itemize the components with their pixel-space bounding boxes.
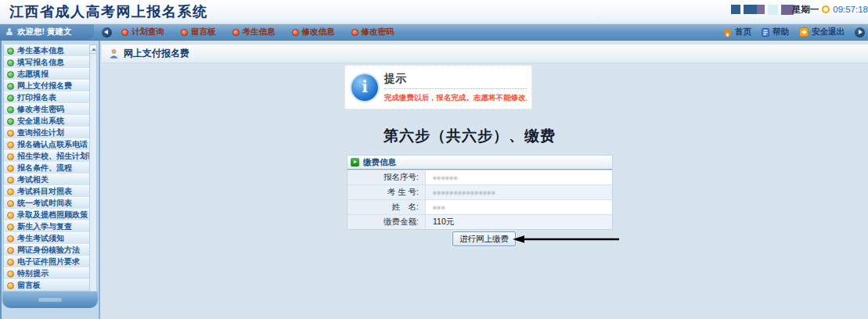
nav-scroll-right-button[interactable] (855, 27, 865, 38)
sidebar-footer (2, 292, 98, 308)
nav-menu-item[interactable]: 考生信息 (232, 27, 276, 38)
sidebar-item[interactable]: 留言板 (3, 279, 90, 292)
app-window: 江西省成人高考网上报名系统 星期一 09:57:18 欢迎您! 黄建文 计划查询 (0, 0, 868, 319)
sidebar-collapse-handle[interactable] (38, 298, 62, 302)
widget-block-icon (744, 5, 757, 14)
sidebar-item-label: 报名条件、流程 (17, 163, 72, 174)
sidebar-item[interactable]: 报名条件、流程 (3, 162, 90, 174)
table-row: 报名序号: ●●●●●● (348, 170, 612, 185)
row-label: 缴费金额: (348, 215, 426, 229)
sidebar-item[interactable]: 修改考生密码 (3, 103, 90, 116)
sidebar-item-label: 打印报名表 (17, 92, 56, 103)
bullet-icon (7, 142, 14, 149)
bullet-icon (7, 83, 14, 90)
sidebar-item-label: 填写报名信息 (17, 57, 64, 68)
sidebar-item-label: 修改考生密码 (17, 104, 64, 115)
nav-scroll-left-button[interactable] (102, 27, 112, 38)
sidebar-item-label: 特别提示 (17, 268, 49, 279)
sidebar-item[interactable]: 网证身份核验方法 (3, 244, 90, 256)
bullet-icon (7, 48, 14, 55)
sidebar-item[interactable]: 网上支付报名费 (3, 80, 90, 92)
table-row: 姓 名: ●●● (348, 199, 612, 214)
sidebar-menu: 考生基本信息 填写报名信息 志愿填报 网上支付报名费 打印报名表 修改考生密码 (3, 45, 90, 292)
red-dot-icon (292, 29, 299, 36)
home-icon (723, 28, 732, 37)
row-label: 考 生 号: (348, 185, 426, 199)
sidebar-item[interactable]: 考生考试须知 (3, 232, 90, 245)
sidebar-item[interactable]: 新生入学与复查 (3, 220, 90, 233)
nav-menu-item[interactable]: 修改密码 (351, 27, 394, 38)
bullet-icon (7, 188, 14, 195)
nav-menu-item[interactable]: 留言板 (181, 27, 216, 38)
nav-menu-item-label: 修改密码 (362, 27, 394, 38)
nav-help-button[interactable]: 帮助 (762, 27, 789, 38)
sidebar-item-label: 网上支付报名费 (17, 81, 72, 91)
table-row: 考 生 号: ●●●●●●●●●●●●●●● (348, 185, 612, 199)
sidebar-item[interactable]: 打印报名表 (3, 91, 90, 104)
nav-menu-item[interactable]: 计划查询 (121, 27, 164, 38)
masked-value: ●●● (433, 204, 445, 211)
sidebar-item-label: 新生入学与复查 (17, 221, 72, 232)
nav-help-label: 帮助 (773, 27, 789, 38)
app-title: 江西省成人高考网上报名系统 (9, 2, 208, 21)
sidebar-item[interactable]: 考试相关 (3, 174, 90, 186)
sidebar-item[interactable]: 统一考试时间表 (3, 197, 90, 210)
sidebar-item[interactable]: 电子证件照片要求 (3, 256, 90, 268)
exit-icon (799, 27, 809, 37)
red-dot-icon (181, 29, 188, 36)
sidebar-scrollbar[interactable] (89, 45, 97, 292)
red-dot-icon (351, 29, 358, 36)
welcome-banner: 欢迎您! 黄建文 (0, 24, 94, 40)
nav-logout-button[interactable]: 安全退出 (799, 27, 845, 38)
sidebar: 考生基本信息 填写报名信息 志愿填报 网上支付报名费 打印报名表 修改考生密码 (0, 41, 100, 319)
notice-box: 提示 完成缴费以后，报名完成。志愿将不能修改。 (344, 65, 532, 109)
sidebar-item[interactable]: 招生学校、招生计划说明 (3, 150, 90, 163)
table-row: 缴费金额: 110元 (348, 214, 612, 229)
sidebar-item[interactable]: 考试科目对照表 (3, 185, 90, 198)
nav-menu-item[interactable]: 修改信息 (292, 27, 335, 38)
chevron-right-icon (859, 30, 863, 34)
user-icon (109, 48, 119, 59)
sidebar-item[interactable]: 报名确认点联系电话 (3, 138, 90, 151)
bullet-icon (7, 282, 14, 289)
sidebar-item[interactable]: 特别提示 (3, 267, 90, 280)
sidebar-item[interactable]: 安全退出系统 (3, 115, 90, 127)
payment-info-table: 缴费信息 报名序号: ●●●●●● 考 生 号: ●●●●●●●●●●●●●●●… (347, 155, 613, 230)
chevron-left-icon (104, 30, 108, 34)
notice-title: 提示 (384, 72, 527, 89)
nav-menu-item-label: 计划查询 (131, 27, 164, 38)
nav-menu-item-label: 考生信息 (243, 27, 276, 38)
top-navbar: 欢迎您! 黄建文 计划查询 留言板 考生信息 修改信息 修改密码 (0, 24, 868, 41)
payment-table-header: 缴费信息 (348, 156, 612, 170)
sidebar-item[interactable]: 录取及提档照顾政策 (3, 209, 90, 221)
row-label: 报名序号: (348, 170, 426, 185)
sidebar-item-label: 考试相关 (17, 174, 49, 185)
nav-home-label: 首页 (735, 27, 751, 38)
sidebar-item-label: 留言板 (17, 280, 41, 291)
sidebar-item-label: 网证身份核验方法 (17, 245, 80, 256)
pay-online-button[interactable]: 进行网上缴费 (452, 231, 516, 246)
content-header: 网上支付报名费 (102, 45, 868, 63)
payment-table-title: 缴费信息 (363, 157, 396, 168)
bullet-icon (7, 259, 14, 266)
sidebar-item-label: 考生考试须知 (17, 233, 64, 244)
bullet-icon (7, 235, 14, 242)
arrow-icon (351, 158, 359, 167)
nav-home-button[interactable]: 首页 (723, 27, 751, 38)
sidebar-item-label: 查询招生计划 (17, 127, 64, 138)
notice-text: 提示 完成缴费以后，报名完成。志愿将不能修改。 (384, 72, 527, 103)
sidebar-item-label: 安全退出系统 (17, 116, 64, 127)
row-label: 姓 名: (348, 200, 426, 214)
time-label: 09:57:18 (833, 5, 868, 14)
help-icon (762, 28, 769, 37)
scroll-up-button[interactable] (90, 45, 96, 54)
sidebar-item[interactable]: 填写报名信息 (3, 56, 90, 69)
sidebar-item[interactable]: 查询招生计划 (3, 127, 90, 139)
datetime-widget: 星期一 09:57:18 (731, 3, 868, 16)
sidebar-item-label: 考生基本信息 (17, 45, 64, 56)
bullet-icon (7, 59, 14, 66)
sidebar-item[interactable]: 志愿填报 (3, 68, 90, 81)
masked-value: ●●●●●● (433, 174, 458, 181)
sidebar-item[interactable]: 考生基本信息 (3, 45, 90, 57)
bullet-icon (7, 200, 14, 207)
